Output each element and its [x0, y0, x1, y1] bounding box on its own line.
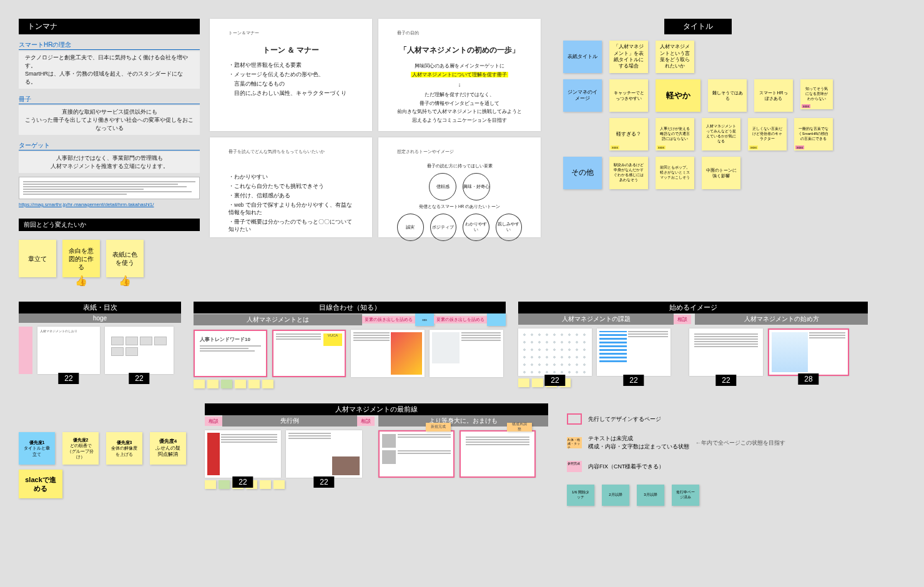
sticky[interactable]: 一般的な言葉でなくSmartHRの独自の言葉にできるxxxx — [794, 118, 833, 150]
sticky[interactable]: 馴染みのあるけど中身がなんだかすぐわかる感じにはあわなそう — [609, 157, 648, 189]
sticky[interactable]: 「人材マネジメント」を表紙タイトルにする場合 — [609, 41, 648, 73]
priority-title: 優先度2 — [73, 437, 89, 443]
orange-tag[interactable]: 構成再調整 — [507, 423, 532, 432]
slide-caption: 発信となるスマートHR のありたいトーン — [397, 204, 522, 210]
slide-bullet: ・冊子で概要は分かったのでもっと〇〇について知りたい — [229, 219, 353, 234]
mini-sticky[interactable] — [207, 380, 219, 388]
sticky[interactable]: スマートHRっぽさある — [754, 79, 793, 112]
mini-sticky[interactable] — [262, 380, 273, 388]
priority-sticky[interactable]: 優先度4ふせんの疑問点解消 — [150, 432, 186, 465]
arrow-down-icon: ↓ — [397, 81, 522, 88]
mini-sticky[interactable] — [219, 480, 230, 489]
sticky[interactable]: 人事だけが使える略語なので共通言語にはならないxxxx — [656, 118, 694, 150]
sticky-cover-color[interactable]: 表紙に色を使う — [106, 240, 144, 277]
sticky[interactable]: 人材マネジメントってみんなどう捉えているかが気になる — [702, 118, 740, 150]
page-thumb[interactable]: 人材マネジメントのしおり 22 — [37, 327, 100, 374]
soudan-tag[interactable]: 相談 — [357, 417, 375, 426]
page-thumb[interactable] — [430, 330, 503, 377]
slide-caption: 冊子の読む方に持ってほしい要素 — [397, 164, 522, 169]
teal-sticky[interactable]: 2月以降 — [602, 485, 629, 506]
mini-sticky[interactable] — [221, 380, 232, 388]
mini-sticky[interactable] — [248, 380, 260, 388]
slide-bullet: ・裏付け、信頼感がある — [229, 192, 353, 200]
pink-spacer — [19, 327, 32, 374]
teal-sticky[interactable]: 進行中ページ済み — [672, 485, 699, 506]
heading-target: ターゲット — [19, 141, 200, 150]
page-thumb[interactable] — [351, 330, 425, 377]
slide-feelings[interactable]: 冊子を読んでどんな気持ちをもってもらいたいか ・わかりやすい ・これなら自分たち… — [210, 137, 372, 237]
page-thumb[interactable]: 22 — [518, 328, 592, 376]
page-thumb[interactable]: 22 — [205, 430, 281, 478]
mini-sticky[interactable] — [194, 380, 205, 388]
priority-body: ふせんの疑問点解消 — [154, 445, 182, 458]
priority-body: タイトルと章立て — [22, 445, 51, 456]
page-thumb-priority[interactable]: 人事トレンドワード10 — [194, 330, 267, 377]
section-start-image: 始めるイメージ 人材マネジメントの課題 相談 人材マネジメントの始め方 22 2… — [518, 302, 868, 387]
sticky[interactable]: 前回ともポップ。軽さがないとミスマッチおこしそう — [656, 157, 694, 189]
blue-tag[interactable]: xxx — [415, 313, 434, 326]
sticky-text: 知ってそう気になる意味がわからない — [804, 87, 829, 101]
page-thumb-priority[interactable]: 新規完成 — [378, 430, 455, 478]
slack-sticky[interactable]: slackで進める — [19, 470, 62, 498]
sticky[interactable]: 人材マネジメントという言葉をどう取られたいか — [656, 41, 694, 73]
page-thumb-priority[interactable]: 構成再調整 — [460, 430, 536, 478]
slide-tone-manner[interactable]: トーン＆マナー トーン ＆ マナー ・題材や世界観を伝える要素 ・メッセージを伝… — [210, 19, 372, 131]
priority-sticky[interactable]: 優先度2どの順番で（グループ分け） — [62, 432, 99, 465]
blue-tag[interactable] — [487, 313, 506, 326]
page-thumb[interactable]: 22 — [105, 327, 174, 374]
sticky-large[interactable]: 軽やか — [656, 79, 700, 112]
sticky-chapter[interactable]: 章立て — [19, 240, 56, 277]
sticky[interactable]: キャッチーでとっつきやすい — [609, 79, 648, 112]
section-subtitle: 人材マネジメントの課題 — [518, 313, 674, 325]
section-alignment: 目線合わせ（知る） 人材マネジメントとは 要素の抜き出しを詰める xxx 要素の… — [194, 302, 506, 388]
label-cover-title[interactable]: 表紙タイトル — [563, 41, 602, 73]
sticky[interactable]: 難しそうではある — [708, 79, 747, 112]
pink-tag[interactable]: 要素の抜き出しを詰める — [362, 316, 415, 323]
mini-sticky[interactable] — [260, 480, 271, 489]
text-target: 人事部だけではなく、事業部門の管理職も 人材マネジメントを推進する立場になります… — [19, 152, 200, 173]
page-thumb[interactable]: 22 — [286, 430, 362, 478]
label-jinmane[interactable]: ジンマネのイメージ — [563, 79, 602, 112]
mini-sticky[interactable] — [532, 378, 543, 387]
page-thumb-title: 人材マネジメントのしおり — [40, 329, 97, 333]
slide-title: トーン ＆ マナー — [229, 45, 353, 56]
sticky-margin[interactable]: 余白を意図的に作る — [62, 240, 100, 277]
page-thumb-priority[interactable]: 28 — [768, 328, 849, 376]
section-frontline: 人材マネジメントの最前線 相談 先行例 相談 より等身大に。おまけも 22 22 — [205, 403, 548, 489]
slide-purpose[interactable]: 冊子の目的 「人材マネジメントの初めの一歩」 興味関心のある層をメインターゲット… — [378, 19, 541, 131]
label-other[interactable]: その他 — [563, 157, 602, 189]
page-count-badge: 22 — [623, 375, 644, 386]
page-count-badge: 28 — [798, 373, 818, 385]
prev-change-tag: 前回とどう変えたいか — [19, 219, 200, 231]
slide-highlight: 人材マネジメントについて理解を促す冊子 — [411, 72, 508, 77]
page-thumb-priority[interactable]: VUCA — [272, 330, 346, 377]
mini-sticky[interactable] — [273, 480, 285, 489]
tone-circle: ポジティブ — [430, 214, 457, 241]
sticky[interactable]: 正しくない言葉だけど発信者のキャラクターxxxx — [748, 118, 787, 150]
sticky[interactable]: 軽すぎる？xxxx — [609, 118, 648, 150]
slide-bullet: ・web で自分で探すよりも分かりやすく、有益な情報を知れた — [229, 202, 353, 217]
sticky[interactable]: 知ってそう気になる意味がわからない xxxx — [800, 79, 833, 109]
soudan-tag[interactable]: 相談 — [674, 315, 691, 324]
priority-sticky[interactable]: 優先度3全体の解像度を上げる — [106, 432, 142, 465]
external-link[interactable]: https://mag.smarthr.jp/hr-management/det… — [19, 202, 200, 207]
orange-tag[interactable]: 新規完成 — [426, 423, 451, 432]
tonmana-panel: トンマナ スマートHRの理念 テクノロジーと創意工夫で、日本に気持ちよく働ける会… — [19, 19, 200, 287]
mini-sticky[interactable] — [205, 480, 216, 489]
slide-bullet: ・メッセージを伝えるための形や色、 — [229, 71, 353, 79]
pink-tag[interactable]: 要素の抜き出しを詰める — [434, 316, 487, 323]
tone-circle: 誠実 — [397, 214, 424, 241]
sticky[interactable]: 中面のトーンに強く影響 — [702, 157, 740, 189]
teal-sticky[interactable]: 1/6 開始タッチ — [567, 485, 594, 506]
tone-circle: 興味・好奇心 — [463, 173, 490, 200]
slide-bullet: ・題材や世界観を伝える要素 — [229, 62, 353, 69]
page-thumb[interactable]: 22 — [597, 328, 671, 376]
page-thumb[interactable]: 22 — [689, 328, 763, 376]
soudan-tag[interactable]: 相談 — [205, 417, 222, 426]
slide-bullet: 言葉の軸になるもの — [229, 81, 353, 88]
mini-sticky[interactable] — [235, 380, 246, 388]
slide-tone-image[interactable]: 想定されるトーンやイメージ 冊子の読む方に持ってほしい要素 信頼感 興味・好奇心… — [378, 137, 541, 237]
teal-sticky[interactable]: 3月以降 — [637, 485, 664, 506]
mini-sticky[interactable] — [518, 378, 529, 387]
priority-sticky[interactable]: 優先度1タイトルと章立て — [19, 432, 55, 465]
